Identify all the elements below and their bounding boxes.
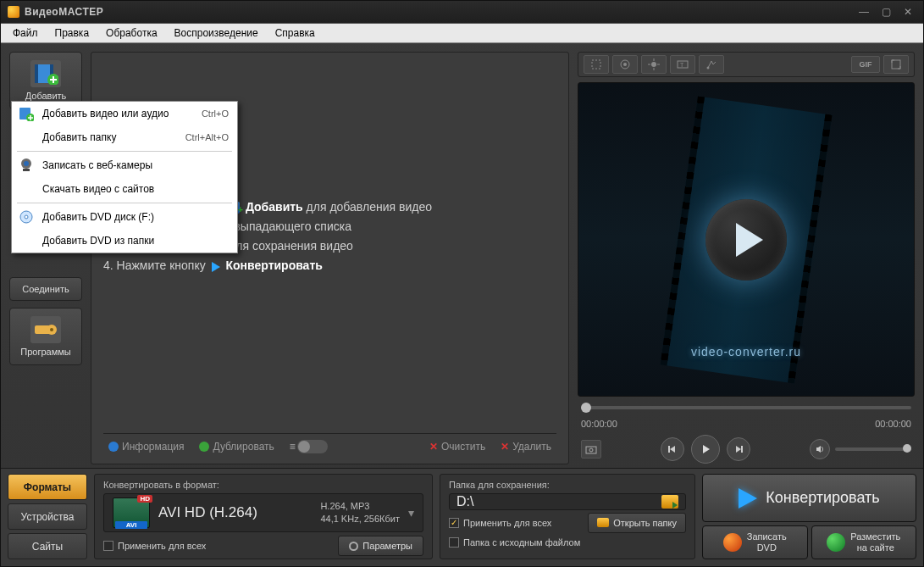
format-header: Конвертировать в формат: (103, 480, 423, 490)
volume-icon[interactable] (810, 439, 830, 459)
open-folder-button[interactable]: Открыть папку (588, 513, 686, 533)
info-icon (108, 442, 119, 452)
join-button-label: Соединить (22, 284, 69, 294)
disc-burn-icon (723, 533, 742, 552)
menu-edit[interactable]: Правка (48, 25, 97, 42)
chevron-down-icon: ▾ (408, 506, 414, 520)
menu-add-dvd-disc[interactable]: Добавить DVD диск (F:) (12, 205, 237, 229)
parameters-button[interactable]: Параметры (338, 536, 423, 556)
svg-rect-14 (592, 60, 600, 69)
toggle-icon (297, 440, 328, 453)
bottom-panel: Форматы Устройства Сайты Конвертировать … (1, 468, 923, 566)
video-preview[interactable]: video-converter.ru (578, 82, 915, 397)
gif-button[interactable]: GIF (851, 56, 880, 73)
menu-process[interactable]: Обработка (99, 25, 164, 42)
format-name: AVI HD (H.264) (158, 504, 312, 521)
menu-add-video-audio-shortcut: Ctrl+O (202, 108, 229, 119)
delete-button[interactable]: ✕Удалить (501, 441, 551, 453)
maximize-button[interactable]: ▢ (877, 5, 894, 19)
browse-folder-icon[interactable] (661, 495, 678, 509)
effects-toolbar: T GIF (578, 52, 915, 77)
burn-dvd-button[interactable]: ЗаписатьDVD (702, 525, 808, 559)
volume-thumb[interactable] (903, 444, 911, 453)
app-logo-icon (8, 6, 19, 18)
minimize-button[interactable]: — (855, 5, 872, 19)
same-as-source-checkbox[interactable]: Папка с исходным файлом (449, 537, 580, 548)
play-inline-icon (212, 262, 220, 272)
svg-point-16 (623, 63, 627, 66)
prev-button[interactable] (661, 437, 684, 461)
speed-icon[interactable] (699, 55, 724, 74)
destination-panel: Папка для сохранения: D:\ ✓ Применить дл… (440, 474, 695, 559)
brightness-icon[interactable] (641, 55, 667, 74)
clear-button[interactable]: ✕Очистить (429, 441, 485, 453)
tab-devices[interactable]: Устройства (8, 503, 87, 530)
fullscreen-icon[interactable] (883, 55, 909, 74)
seek-bar[interactable] (578, 402, 915, 414)
close-button[interactable]: ✕ (899, 5, 916, 19)
svg-rect-26 (586, 447, 596, 453)
menu-add-video-audio[interactable]: Добавить видео или аудио Ctrl+O (12, 102, 237, 125)
main-area: Добавить Добавить видео или аудио Ctrl+O… (1, 43, 923, 468)
format-thumb-icon: HD AVI (113, 498, 150, 528)
add-dropdown-menu: Добавить видео или аудио Ctrl+O Добавить… (11, 101, 238, 253)
menu-file[interactable]: Файл (6, 25, 45, 42)
film-add-icon (30, 60, 61, 87)
svg-point-24 (707, 67, 710, 69)
menu-add-dvd-folder-label: Добавить DVD из папки (42, 235, 229, 247)
time-total: 00:00:00 (875, 419, 911, 429)
volume-control[interactable] (810, 439, 911, 459)
transport-bar (578, 434, 915, 464)
play-button[interactable] (691, 435, 720, 464)
webcam-icon (17, 156, 36, 175)
join-button[interactable]: Соединить (9, 277, 82, 301)
guide-step-4: 4. Нажмите кнопку Конвертировать (103, 256, 556, 275)
checkbox-checked-icon: ✓ (449, 518, 459, 528)
tab-sites[interactable]: Сайты (8, 533, 87, 559)
destination-header: Папка для сохранения: (449, 480, 686, 490)
action-column: Конвертировать ЗаписатьDVD Разместитьна … (702, 474, 916, 559)
preview-play-icon (705, 199, 787, 281)
seek-thumb[interactable] (581, 403, 591, 413)
svg-point-27 (589, 448, 593, 452)
menu-add-folder[interactable]: Добавить папку Ctrl+Alt+O (12, 125, 237, 149)
svg-text:T: T (680, 62, 684, 68)
format-apply-all-checkbox[interactable]: Применить для всех (103, 541, 206, 551)
destination-field[interactable]: D:\ (449, 493, 686, 510)
next-button[interactable] (727, 437, 750, 461)
svg-rect-29 (741, 446, 743, 453)
dest-apply-all-checkbox[interactable]: ✓ Применить для всех (449, 518, 551, 528)
convert-button[interactable]: Конвертировать (702, 474, 916, 522)
menu-download-video[interactable]: Скачать видео с сайтов (12, 177, 237, 201)
format-panel: Конвертировать в формат: HD AVI AVI HD (… (94, 474, 433, 559)
menu-record-webcam[interactable]: Записать с веб-камеры (12, 153, 237, 177)
dvd-disc-icon (17, 208, 36, 226)
duplicate-icon (199, 442, 209, 452)
menu-playback[interactable]: Воспроизведение (168, 25, 265, 42)
add-button-label: Добавить (25, 91, 67, 101)
menu-add-folder-label: Добавить папку (42, 131, 185, 143)
publish-button[interactable]: Разместитьна сайте (811, 525, 917, 559)
snapshot-button[interactable] (581, 440, 601, 459)
effects-icon[interactable] (612, 55, 638, 74)
svg-rect-25 (892, 60, 900, 69)
checkbox-icon (103, 541, 113, 551)
info-button[interactable]: Информация (108, 441, 184, 453)
duplicate-button[interactable]: Дублировать (199, 441, 274, 453)
format-spec: H.264, MP3 44,1 KHz, 256Кбит (320, 500, 400, 526)
clear-icon: ✕ (429, 441, 438, 453)
menu-help[interactable]: Справка (268, 25, 322, 42)
film-add-small-icon (17, 104, 36, 123)
menu-add-dvd-folder[interactable]: Добавить DVD из папки (12, 229, 237, 253)
svg-rect-1 (35, 64, 38, 83)
crop-icon[interactable] (584, 55, 609, 74)
svg-point-17 (651, 62, 656, 67)
key-icon (30, 316, 61, 343)
tab-formats[interactable]: Форматы (8, 474, 87, 500)
format-selector[interactable]: HD AVI AVI HD (H.264) H.264, MP3 44,1 KH… (103, 493, 423, 532)
view-toggle[interactable]: ≡ (290, 440, 328, 453)
folder-icon (597, 518, 609, 527)
text-overlay-icon[interactable]: T (670, 55, 695, 74)
programs-button[interactable]: Программы (9, 308, 82, 365)
svg-point-7 (24, 161, 29, 166)
